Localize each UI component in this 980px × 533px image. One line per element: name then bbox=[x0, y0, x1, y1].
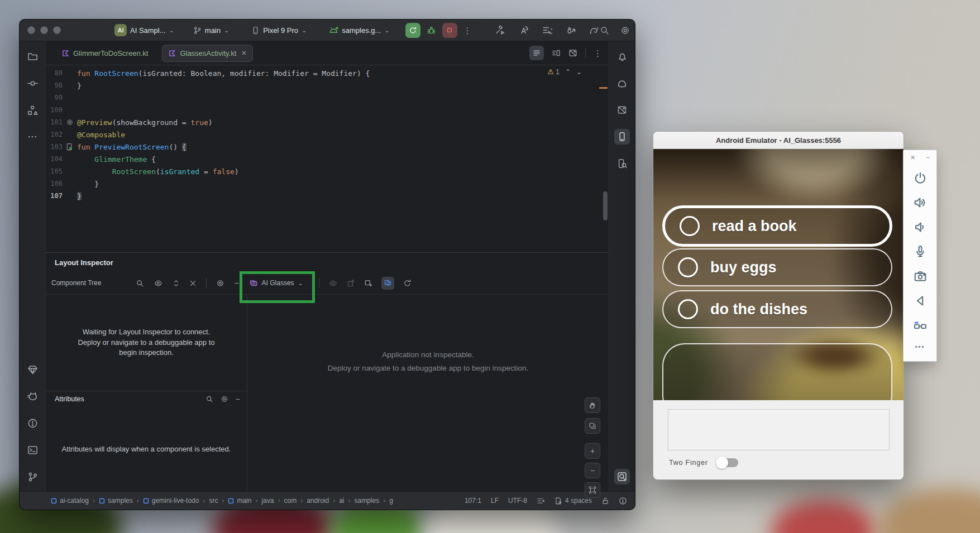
sidebar-item-problems[interactable] bbox=[25, 415, 40, 431]
line-number[interactable]: 103 bbox=[46, 143, 63, 151]
tree-settings-gear-icon[interactable] bbox=[216, 279, 224, 287]
line-number[interactable]: 106 bbox=[46, 180, 63, 188]
emulator-screen[interactable]: read a bookbuy eggsdo the dishes bbox=[653, 149, 903, 400]
emulator-titlebar[interactable]: Android Emulator - AI_Glasses:5556 bbox=[653, 132, 903, 149]
unlock-icon[interactable] bbox=[601, 497, 609, 505]
warning-stripe-mark[interactable] bbox=[599, 87, 608, 89]
breadcrumb-item[interactable]: gemini-live-todo bbox=[143, 497, 199, 505]
code-editor[interactable]: 89fun RootScreen(isGranted: Boolean, mod… bbox=[46, 65, 609, 252]
attach-debugger-icon[interactable] bbox=[566, 25, 576, 35]
breadcrumb-item[interactable]: src bbox=[209, 497, 218, 505]
vcs-branch-selector[interactable]: main ⌄ bbox=[193, 26, 229, 35]
sidebar-item-logcat[interactable] bbox=[25, 388, 40, 404]
stop-button[interactable] bbox=[442, 23, 457, 38]
live-updates-toggle[interactable] bbox=[381, 277, 394, 290]
layers-button[interactable] bbox=[585, 418, 600, 434]
process-selector[interactable]: AI Glasses ⌄ bbox=[248, 277, 304, 289]
todo-item-partial[interactable] bbox=[662, 343, 892, 400]
sidebar-item-more-tools[interactable] bbox=[25, 129, 40, 145]
line-number[interactable]: 104 bbox=[46, 155, 63, 163]
emulator-close-button[interactable]: ✕ bbox=[910, 154, 915, 161]
todo-item[interactable]: do the dishes bbox=[662, 290, 892, 328]
kebab-menu-icon[interactable]: ⋮ bbox=[463, 26, 472, 35]
next-warning-icon[interactable]: ⌄ bbox=[576, 68, 582, 76]
touchpad-input-area[interactable] bbox=[668, 409, 890, 450]
gutter[interactable] bbox=[63, 143, 77, 151]
microphone-icon[interactable] bbox=[914, 245, 927, 258]
project-selector[interactable]: AI AI Sampl... ⌄ bbox=[114, 24, 174, 36]
breadcrumb-item[interactable]: java bbox=[261, 497, 274, 505]
breadcrumb-item[interactable]: g bbox=[389, 497, 393, 505]
tab-glassesactivity[interactable]: GlassesActivity.kt ✕ bbox=[162, 45, 253, 62]
more-options-icon[interactable]: ••• bbox=[915, 343, 925, 350]
attributes-settings-gear-icon[interactable] bbox=[221, 395, 228, 403]
emulator-minimize-button[interactable]: − bbox=[926, 153, 930, 161]
preview-settings-icon[interactable] bbox=[66, 118, 74, 126]
todo-radio-icon[interactable] bbox=[678, 299, 698, 319]
close-window-button[interactable] bbox=[27, 26, 35, 34]
sidebar-item-version-control[interactable] bbox=[25, 469, 40, 484]
sidebar-item-running-devices[interactable] bbox=[614, 129, 630, 145]
volume-up-icon[interactable] bbox=[914, 196, 927, 209]
hide-panel-icon[interactable]: − bbox=[234, 279, 238, 287]
rerun-button[interactable] bbox=[405, 23, 420, 38]
line-number[interactable]: 107 bbox=[46, 192, 63, 200]
search-icon[interactable] bbox=[600, 26, 609, 35]
line-number[interactable]: 98 bbox=[46, 81, 63, 89]
info-circle-icon[interactable] bbox=[619, 497, 627, 505]
sidebar-item-gemini[interactable] bbox=[614, 75, 630, 91]
back-button-icon[interactable] bbox=[914, 294, 927, 308]
zoom-fit-button[interactable] bbox=[585, 482, 600, 498]
line-number[interactable]: 100 bbox=[46, 106, 63, 114]
todo-radio-icon[interactable] bbox=[678, 257, 698, 277]
ai-glasses-icon[interactable] bbox=[913, 319, 928, 332]
refresh-icon[interactable] bbox=[403, 279, 412, 287]
export-snapshot-icon[interactable] bbox=[347, 279, 355, 287]
line-ending[interactable]: LF bbox=[491, 497, 499, 505]
close-tab-icon[interactable]: ✕ bbox=[241, 50, 246, 57]
breadcrumb-item[interactable]: samples bbox=[99, 497, 133, 505]
inspection-widget[interactable]: ⚠ 1 ⌃ ⌄ bbox=[547, 68, 582, 76]
debug-icon[interactable] bbox=[427, 26, 436, 35]
view-options-eye-icon[interactable] bbox=[154, 279, 163, 287]
todo-item[interactable]: buy eggs bbox=[662, 248, 892, 286]
design-view-icon[interactable] bbox=[568, 49, 577, 57]
split-view-icon[interactable] bbox=[552, 49, 561, 57]
hide-panel-icon[interactable]: − bbox=[236, 395, 240, 403]
run-config-selector[interactable]: samples.g... ⌄ bbox=[329, 26, 389, 35]
breadcrumb-item[interactable]: com bbox=[284, 497, 297, 505]
breadcrumb-item[interactable]: ai-catalog bbox=[51, 497, 89, 505]
camera-icon[interactable] bbox=[914, 270, 927, 283]
editor-scrollbar[interactable] bbox=[603, 191, 608, 220]
zoom-in-button[interactable]: + bbox=[585, 443, 600, 459]
volume-down-icon[interactable] bbox=[914, 220, 927, 234]
add-snapshot-icon[interactable] bbox=[364, 279, 372, 287]
sidebar-item-structure[interactable] bbox=[25, 102, 40, 118]
deep-inspect-eye-icon[interactable] bbox=[328, 279, 338, 287]
window-controls[interactable] bbox=[27, 26, 61, 34]
line-number[interactable]: 102 bbox=[46, 131, 63, 138]
collapse-all-icon[interactable] bbox=[189, 280, 197, 287]
minimize-window-button[interactable] bbox=[40, 26, 48, 34]
gutter[interactable] bbox=[63, 118, 77, 126]
gradle-sync-icon[interactable] bbox=[589, 26, 600, 35]
line-number[interactable]: 105 bbox=[46, 167, 63, 175]
todo-item[interactable]: read a book bbox=[662, 205, 892, 247]
pan-hand-button[interactable] bbox=[585, 397, 600, 413]
line-number[interactable]: 99 bbox=[46, 94, 63, 102]
line-number[interactable]: 101 bbox=[46, 118, 63, 126]
breadcrumb-item[interactable]: samples bbox=[355, 497, 380, 505]
sidebar-item-notifications[interactable] bbox=[614, 49, 630, 64]
breadcrumb-item[interactable]: ai bbox=[339, 497, 344, 505]
line-number[interactable]: 89 bbox=[46, 69, 63, 77]
sidebar-item-commit[interactable] bbox=[25, 75, 40, 91]
breadcrumb-item[interactable]: main bbox=[228, 497, 251, 505]
device-selector[interactable]: Pixel 9 Pro ⌄ bbox=[251, 26, 307, 35]
kebab-menu-icon[interactable]: ⋮ bbox=[594, 49, 602, 57]
caret-position[interactable]: 107:1 bbox=[465, 497, 481, 505]
sidebar-item-layout-inspector-toggle[interactable] bbox=[614, 469, 630, 484]
sidebar-item-project[interactable] bbox=[25, 49, 40, 64]
sidebar-item-layout-inspector[interactable] bbox=[614, 156, 630, 171]
breadcrumb-item[interactable]: android bbox=[307, 497, 329, 505]
prev-warning-icon[interactable]: ⌃ bbox=[565, 68, 571, 76]
